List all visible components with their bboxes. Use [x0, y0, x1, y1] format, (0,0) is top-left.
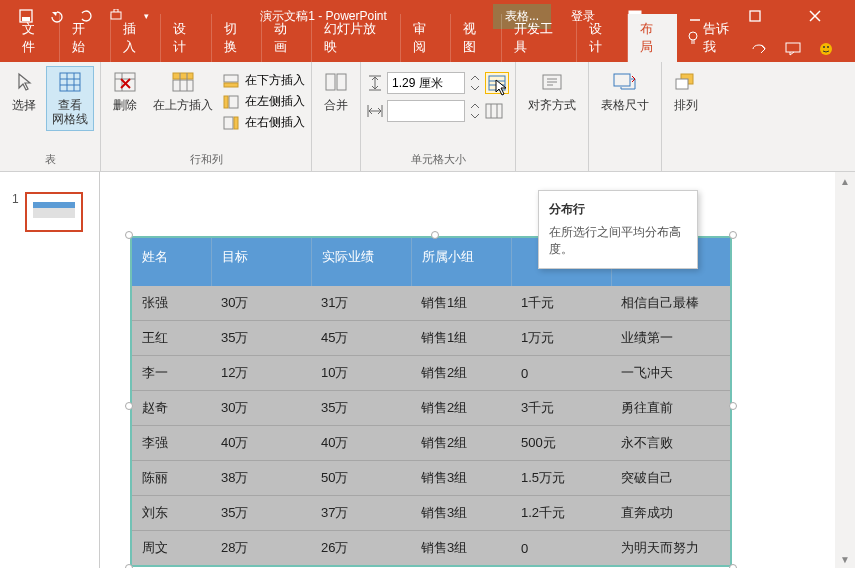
table-header[interactable]: 实际业绩	[311, 237, 411, 286]
table-cell[interactable]: 勇往直前	[611, 391, 731, 426]
vertical-scrollbar[interactable]: ▲ ▼	[835, 172, 855, 568]
table-cell[interactable]: 35万	[211, 496, 311, 531]
table-cell[interactable]: 3千元	[511, 391, 611, 426]
comments-icon[interactable]	[785, 42, 801, 56]
table-cell[interactable]: 40万	[211, 426, 311, 461]
resize-handle[interactable]	[125, 231, 133, 239]
resize-handle[interactable]	[125, 402, 133, 410]
tab-view[interactable]: 视图	[451, 14, 501, 62]
merge-button[interactable]: 合并	[318, 66, 354, 116]
table-cell[interactable]: 为明天而努力	[611, 531, 731, 567]
table-cell[interactable]: 1万元	[511, 321, 611, 356]
table-cell[interactable]: 0	[511, 531, 611, 567]
resize-handle[interactable]	[431, 231, 439, 239]
resize-handle[interactable]	[125, 564, 133, 568]
slide-editor[interactable]: 姓名目标实际业绩所属小组张强30万31万销售1组1千元相信自己最棒王红35万45…	[100, 172, 855, 568]
table-cell[interactable]: 38万	[211, 461, 311, 496]
table-size-button[interactable]: 表格尺寸	[595, 66, 655, 116]
tab-table-design[interactable]: 设计	[577, 14, 627, 62]
table-cell[interactable]: 李强	[131, 426, 211, 461]
row-height-input[interactable]: 1.29 厘米	[387, 72, 465, 94]
tab-review[interactable]: 审阅	[401, 14, 451, 62]
table-header[interactable]: 目标	[211, 237, 311, 286]
insert-above-button[interactable]: 在上方插入	[147, 66, 219, 116]
col-width-spinner[interactable]	[367, 100, 509, 122]
table-cell[interactable]: 35万	[211, 321, 311, 356]
table-cell[interactable]: 销售3组	[411, 531, 511, 567]
table-cell[interactable]: 12万	[211, 356, 311, 391]
table-cell[interactable]: 销售2组	[411, 356, 511, 391]
distribute-rows-button[interactable]	[485, 72, 509, 94]
table-cell[interactable]: 500元	[511, 426, 611, 461]
table-cell[interactable]: 30万	[211, 391, 311, 426]
tab-transition[interactable]: 切换	[212, 14, 262, 62]
table-row[interactable]: 张强30万31万销售1组1千元相信自己最棒	[131, 286, 731, 321]
table-header[interactable]: 姓名	[131, 237, 211, 286]
table-row[interactable]: 李一12万10万销售2组0一飞冲天	[131, 356, 731, 391]
table-cell[interactable]: 陈丽	[131, 461, 211, 496]
close-button[interactable]	[795, 0, 835, 32]
resize-handle[interactable]	[729, 231, 737, 239]
tab-insert[interactable]: 插入	[111, 14, 161, 62]
spinner-arrows-icon[interactable]	[469, 100, 481, 122]
table-cell[interactable]: 张强	[131, 286, 211, 321]
smiley-feedback-icon[interactable]	[819, 42, 833, 56]
alignment-button[interactable]: 对齐方式	[522, 66, 582, 116]
insert-right-button[interactable]: 在右侧插入	[223, 114, 305, 131]
table-header[interactable]: 所属小组	[411, 237, 511, 286]
insert-left-button[interactable]: 在左侧插入	[223, 93, 305, 110]
table-cell[interactable]: 31万	[311, 286, 411, 321]
insert-below-button[interactable]: 在下方插入	[223, 72, 305, 89]
resize-handle[interactable]	[729, 564, 737, 568]
table-cell[interactable]: 10万	[311, 356, 411, 391]
table-cell[interactable]: 突破自己	[611, 461, 731, 496]
resize-handle[interactable]	[729, 402, 737, 410]
table-cell[interactable]: 周文	[131, 531, 211, 567]
table-row[interactable]: 刘东35万37万销售3组1.2千元直奔成功	[131, 496, 731, 531]
table-cell[interactable]: 销售1组	[411, 321, 511, 356]
scroll-down-icon[interactable]: ▼	[835, 550, 855, 568]
table-cell[interactable]: 1.2千元	[511, 496, 611, 531]
table-cell[interactable]: 相信自己最棒	[611, 286, 731, 321]
table-row[interactable]: 赵奇30万35万销售2组3千元勇往直前	[131, 391, 731, 426]
table-cell[interactable]: 直奔成功	[611, 496, 731, 531]
table-cell[interactable]: 40万	[311, 426, 411, 461]
table-cell[interactable]: 刘东	[131, 496, 211, 531]
table-cell[interactable]: 37万	[311, 496, 411, 531]
table-cell[interactable]: 0	[511, 356, 611, 391]
row-height-spinner[interactable]: 1.29 厘米	[367, 72, 509, 94]
tab-animation[interactable]: 动画	[262, 14, 312, 62]
tab-slideshow[interactable]: 幻灯片放映	[312, 14, 401, 62]
table-cell[interactable]: 1千元	[511, 286, 611, 321]
arrange-button[interactable]: 排列	[668, 66, 704, 116]
table-selection[interactable]: 姓名目标实际业绩所属小组张强30万31万销售1组1千元相信自己最棒王红35万45…	[130, 236, 732, 567]
table-cell[interactable]: 45万	[311, 321, 411, 356]
slide-table[interactable]: 姓名目标实际业绩所属小组张强30万31万销售1组1千元相信自己最棒王红35万45…	[130, 236, 732, 567]
table-row[interactable]: 李强40万40万销售2组500元永不言败	[131, 426, 731, 461]
table-cell[interactable]: 李一	[131, 356, 211, 391]
spinner-arrows-icon[interactable]	[469, 72, 481, 94]
table-cell[interactable]: 永不言败	[611, 426, 731, 461]
table-cell[interactable]: 50万	[311, 461, 411, 496]
table-cell[interactable]: 销售2组	[411, 426, 511, 461]
table-cell[interactable]: 销售2组	[411, 391, 511, 426]
scroll-up-icon[interactable]: ▲	[835, 172, 855, 190]
tab-home[interactable]: 开始	[60, 14, 110, 62]
table-row[interactable]: 王红35万45万销售1组1万元业绩第一	[131, 321, 731, 356]
table-cell[interactable]: 销售1组	[411, 286, 511, 321]
select-button[interactable]: 选择	[6, 66, 42, 116]
table-cell[interactable]: 销售3组	[411, 496, 511, 531]
table-cell[interactable]: 35万	[311, 391, 411, 426]
tab-file[interactable]: 文件	[10, 14, 60, 62]
share-icon[interactable]	[751, 42, 767, 56]
slide-thumbnail[interactable]: 1	[12, 192, 87, 232]
table-row[interactable]: 周文28万26万销售3组0为明天而努力	[131, 531, 731, 567]
table-cell[interactable]: 业绩第一	[611, 321, 731, 356]
col-width-input[interactable]	[387, 100, 465, 122]
tab-table-layout[interactable]: 布局	[628, 14, 677, 62]
tab-design[interactable]: 设计	[161, 14, 211, 62]
table-cell[interactable]: 销售3组	[411, 461, 511, 496]
table-cell[interactable]: 30万	[211, 286, 311, 321]
delete-button[interactable]: 删除	[107, 66, 143, 116]
tab-developer[interactable]: 开发工具	[502, 14, 578, 62]
